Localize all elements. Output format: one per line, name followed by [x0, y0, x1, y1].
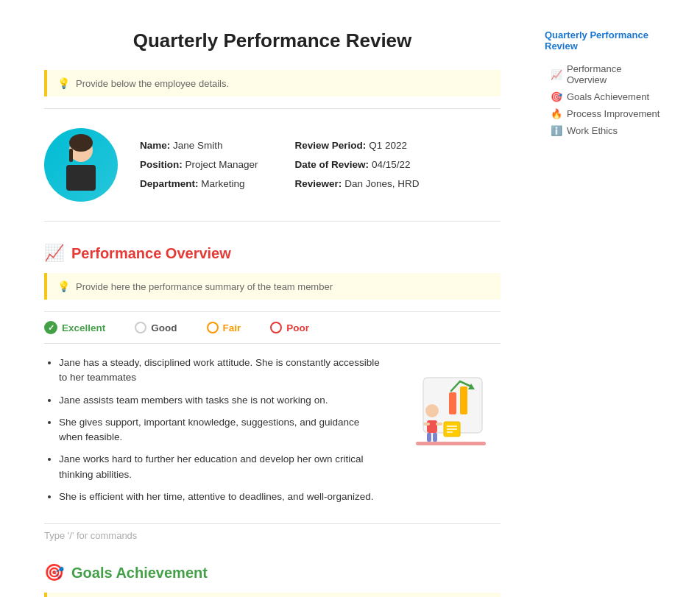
sidebar: Quarterly Performance Review 📈Performanc…	[530, 15, 677, 597]
svg-rect-11	[436, 423, 442, 425]
radio-good	[135, 322, 146, 333]
svg-rect-12	[427, 433, 431, 442]
performance-section-icon: 📈	[44, 244, 64, 263]
nav-label: Goals Achievement	[567, 91, 649, 102]
rating-excellent-label: Excellent	[62, 322, 105, 333]
checkmark-icon: ✓	[44, 321, 57, 334]
employee-details: Name: Jane Smith Position: Project Manag…	[140, 138, 419, 192]
performance-hint-text: Provide here the performance summary of …	[76, 281, 333, 292]
goals-section-title: Goals Achievement	[71, 565, 208, 582]
nav-label: Process Improvement	[567, 108, 660, 119]
detail-col-left: Name: Jane Smith Position: Project Manag…	[140, 138, 258, 192]
rating-fair[interactable]: Fair	[207, 322, 241, 333]
main-content: Quarterly Performance Review 💡 Provide b…	[0, 15, 530, 597]
svg-rect-10	[423, 423, 430, 425]
sidebar-nav-item[interactable]: ℹ️Work Ethics	[545, 122, 662, 139]
performance-section-header: 📈 Performance Overview	[44, 244, 501, 263]
nav-icon: 📈	[551, 69, 562, 80]
radio-poor	[270, 322, 282, 333]
performance-illustration	[397, 356, 501, 451]
performance-bullets: Jane has a steady, disciplined work atti…	[44, 356, 383, 504]
performance-bullet: Jane has a steady, disciplined work atti…	[59, 356, 383, 386]
performance-bullet-list: Jane has a steady, disciplined work atti…	[44, 356, 383, 512]
rating-fair-label: Fair	[223, 322, 241, 333]
name-field: Name: Jane Smith	[140, 138, 258, 153]
performance-hint-box: 💡 Provide here the performance summary o…	[44, 273, 501, 300]
avatar-svg	[44, 128, 118, 202]
sidebar-title: Quarterly Performance Review	[545, 29, 662, 52]
svg-rect-5	[449, 392, 456, 414]
performance-hint-icon: 💡	[57, 280, 70, 292]
hint-icon-1: 💡	[57, 77, 70, 89]
svg-rect-13	[433, 433, 437, 442]
svg-point-8	[425, 404, 439, 417]
hint-text-1: Provide below the employee details.	[76, 78, 229, 89]
performance-content: Jane has a steady, disciplined work atti…	[44, 356, 501, 512]
rating-poor[interactable]: Poor	[270, 322, 309, 333]
svg-rect-3	[69, 149, 73, 162]
performance-svg	[401, 356, 497, 451]
page-title: Quarterly Performance Review	[44, 29, 501, 52]
department-field: Department: Marketing	[140, 177, 258, 191]
nav-label: Work Ethics	[567, 125, 618, 136]
rating-row: ✓ Excellent Good Fair Poor	[44, 311, 501, 344]
performance-bullet: She is efficient with her time, attentiv…	[59, 490, 383, 504]
svg-rect-9	[427, 420, 437, 433]
svg-point-2	[69, 134, 93, 152]
avatar	[44, 128, 118, 202]
svg-rect-1	[66, 165, 96, 191]
goals-section-icon: 🎯	[44, 563, 64, 582]
divider-1	[44, 108, 501, 109]
svg-rect-18	[416, 442, 486, 445]
performance-bullet: Jane works hard to further her education…	[59, 452, 383, 482]
nav-icon: 🎯	[551, 91, 562, 102]
sidebar-nav-item[interactable]: 📈Performance Overview	[545, 60, 662, 88]
sidebar-nav: 📈Performance Overview🎯Goals Achievement🔥…	[545, 60, 662, 139]
command-hint: Type '/' for commands	[44, 523, 501, 541]
goals-section-header: 🎯 Goals Achievement	[44, 563, 501, 582]
performance-bullet: She gives support, important knowledge, …	[59, 415, 383, 445]
reviewer-field: Reviewer: Dan Jones, HRD	[295, 177, 420, 191]
nav-icon: ℹ️	[551, 125, 562, 136]
performance-section-title: Performance Overview	[71, 245, 231, 262]
divider-2	[44, 221, 501, 222]
employee-section: Name: Jane Smith Position: Project Manag…	[44, 121, 501, 209]
nav-icon: 🔥	[551, 108, 562, 119]
sidebar-nav-item[interactable]: 🎯Goals Achievement	[545, 88, 662, 105]
svg-rect-6	[460, 386, 467, 414]
nav-label: Performance Overview	[567, 63, 662, 85]
rating-good[interactable]: Good	[135, 322, 177, 333]
detail-col-right: Review Period: Q1 2022 Date of Review: 0…	[295, 138, 420, 192]
rating-excellent[interactable]: ✓ Excellent	[44, 321, 105, 334]
goals-hint-box: 💡 Provide here the goal performance of t…	[44, 593, 501, 597]
review-period-field: Review Period: Q1 2022	[295, 138, 420, 153]
sidebar-nav-item[interactable]: 🔥Process Improvement	[545, 105, 662, 122]
rating-good-label: Good	[151, 322, 177, 333]
performance-bullet: Jane assists team members with tasks she…	[59, 393, 383, 408]
rating-poor-label: Poor	[286, 322, 309, 333]
date-of-review-field: Date of Review: 04/15/22	[295, 158, 420, 172]
radio-fair	[207, 322, 219, 333]
position-field: Position: Project Manager	[140, 158, 258, 172]
employee-hint-box: 💡 Provide below the employee details.	[44, 70, 501, 96]
